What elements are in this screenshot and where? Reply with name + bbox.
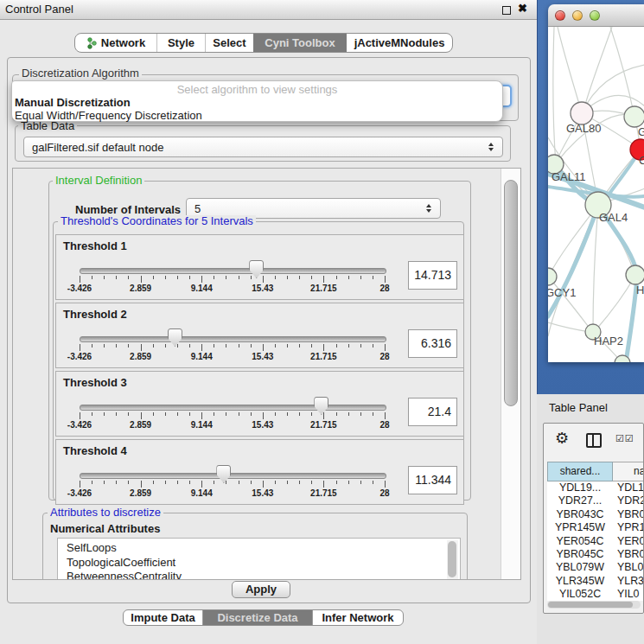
screen: Control Panel ✖ Network Style Select Cyn…	[0, 0, 644, 644]
attribute-item[interactable]: SelfLoops	[58, 541, 460, 556]
threshold-label: Threshold 3	[63, 376, 127, 389]
dropdown-item-equal-width[interactable]: Equal Width/Frequency Discretization	[12, 109, 502, 122]
network-node[interactable]	[624, 106, 644, 127]
threshold-slider-track[interactable]	[80, 405, 386, 411]
network-node-label: GA	[638, 125, 644, 138]
float-window-icon[interactable]	[502, 6, 511, 15]
algorithm-dropdown: Select algorithm to view settings Manual…	[11, 80, 503, 122]
tab-discretize-data[interactable]: Discretize Data	[202, 610, 312, 625]
panel-title: Control Panel	[5, 0, 73, 19]
cell-shared-name[interactable]: YBR045C	[547, 548, 613, 561]
attributes-group-label: Attributes to discretize	[48, 507, 163, 518]
threshold-slider-track[interactable]	[80, 473, 386, 479]
node-table-panel: ⚙ ☑☑ shared... name YDL19...YDL1YDR27...…	[543, 423, 644, 614]
cell-shared-name[interactable]: YER054C	[547, 535, 613, 548]
select-columns-icon[interactable]: ☑☑	[615, 433, 634, 444]
table-row[interactable]: YBR045CYBR0	[547, 548, 644, 561]
cell-shared-name[interactable]: YBL079W	[547, 561, 613, 574]
threshold-slider-track[interactable]	[80, 336, 386, 342]
gear-icon[interactable]: ⚙	[555, 429, 569, 447]
top-tab-bar: Network Style Select Cyni Toolbox jActiv…	[74, 33, 453, 53]
network-node-label: HAP2	[594, 335, 623, 348]
cell-shared-name[interactable]: YPR145W	[547, 521, 613, 534]
cell-name[interactable]: YIL0	[613, 588, 644, 601]
table-data-combo[interactable]: galFiltered.sif default node	[23, 137, 503, 157]
cell-name[interactable]: YER0	[613, 535, 644, 548]
threshold-label: Threshold 4	[63, 444, 127, 457]
network-node[interactable]	[548, 268, 557, 285]
cell-shared-name[interactable]: YIL052C	[547, 588, 613, 601]
network-edge[interactable]	[583, 27, 612, 111]
slider-tick-labels: -3.4262.8599.14415.4321.71528	[80, 420, 386, 430]
numerical-attributes-label: Numerical Attributes	[50, 522, 160, 535]
table-row[interactable]: YER054CYER0	[547, 535, 644, 548]
tab-impute-data[interactable]: Impute Data	[124, 610, 202, 625]
table-row[interactable]: YIL052CYIL0	[547, 588, 644, 601]
cell-shared-name[interactable]: YDL19...	[547, 481, 613, 494]
tab-jactivemnodules[interactable]: jActiveMNodules	[347, 34, 452, 52]
tab-infer-network[interactable]: Infer Network	[312, 610, 403, 625]
column-header-shared-name[interactable]: shared...	[547, 462, 613, 481]
threshold-row: Threshold 3-3.4262.8599.14415.4321.71528…	[55, 371, 464, 437]
attribute-item[interactable]: BetweennessCentrality	[58, 570, 460, 580]
table-row[interactable]: YPR145WYPR1	[547, 521, 644, 534]
cell-name[interactable]: YBL0	[613, 561, 644, 574]
bottom-tab-bar: Impute Data Discretize Data Infer Networ…	[123, 609, 404, 626]
tab-cyni-toolbox[interactable]: Cyni Toolbox	[253, 34, 347, 52]
dropdown-prompt: Select algorithm to view settings	[12, 81, 502, 96]
close-icon[interactable]: ✖	[518, 2, 527, 15]
zoom-traffic-light[interactable]	[590, 10, 600, 21]
tab-network[interactable]: Network	[75, 34, 157, 52]
combo-arrows-icon	[488, 143, 494, 151]
network-icon	[86, 37, 97, 49]
threshold-row: Threshold 4-3.4262.8599.14415.4321.71528…	[55, 439, 464, 505]
cell-shared-name[interactable]: YDR27...	[547, 494, 613, 507]
network-window-titlebar[interactable]	[548, 4, 644, 27]
network-window[interactable]: GAL80GACGAL11GAL4GCY1HHAP2	[548, 4, 644, 362]
attributes-list-scrollbar[interactable]	[447, 540, 458, 580]
cell-shared-name[interactable]: YLR345W	[547, 575, 613, 588]
table-row[interactable]: YBL079WYBL0	[547, 561, 644, 574]
threshold-value-box[interactable]: 14.713	[408, 261, 457, 290]
close-traffic-light[interactable]	[555, 10, 565, 21]
network-edge[interactable]	[558, 27, 582, 113]
dropdown-item-manual-discretization[interactable]: Manual Discretization	[12, 96, 502, 109]
table-hscrollbar[interactable]	[547, 601, 641, 609]
table-row[interactable]: YDL19...YDL1	[547, 481, 644, 494]
network-edge[interactable]	[553, 27, 556, 164]
split-columns-icon[interactable]	[586, 433, 602, 448]
table-row[interactable]: YLR345WYLR3	[547, 575, 644, 588]
cell-name[interactable]: YBR0	[613, 508, 644, 521]
column-header-name[interactable]: name	[613, 462, 644, 481]
network-node-label: GCY1	[548, 286, 576, 299]
tab-style[interactable]: Style	[157, 34, 206, 52]
tab-select[interactable]: Select	[206, 34, 253, 52]
slider-ticks	[80, 276, 386, 283]
network-node[interactable]	[626, 265, 644, 284]
cell-name[interactable]: YPR1	[613, 521, 644, 534]
table-row[interactable]: YDR27...YDR2	[547, 494, 644, 507]
settings-scrollbar[interactable]	[501, 169, 520, 579]
threshold-value-box[interactable]: 6.316	[408, 329, 457, 358]
cell-name[interactable]: YLR3	[613, 575, 644, 588]
network-edge[interactable]	[548, 322, 590, 332]
num-intervals-value: 5	[194, 202, 201, 215]
scrollbar-thumb[interactable]	[504, 180, 518, 406]
hscrollbar-thumb[interactable]	[548, 602, 633, 608]
attribute-item[interactable]: TopologicalCoefficient	[58, 556, 460, 571]
network-node-label: C	[639, 154, 644, 167]
threshold-value-box[interactable]: 11.344	[408, 466, 457, 494]
cell-name[interactable]: YDR2	[613, 494, 644, 507]
network-canvas[interactable]: GAL80GACGAL11GAL4GCY1HHAP2	[548, 27, 644, 362]
cell-name[interactable]: YBR0	[613, 548, 644, 561]
threshold-slider-track[interactable]	[80, 268, 386, 274]
threshold-value-box[interactable]: 21.4	[408, 398, 457, 426]
network-edge[interactable]	[596, 277, 634, 330]
table-panel-area: Table Panel ⚙ ☑☑ shared... name YDL19...…	[537, 394, 644, 644]
cell-name[interactable]: YDL1	[613, 481, 644, 494]
apply-button[interactable]: Apply	[232, 581, 290, 598]
table-row[interactable]: YBR043CYBR0	[547, 508, 644, 521]
minimize-traffic-light[interactable]	[572, 10, 583, 21]
cell-shared-name[interactable]: YBR043C	[547, 508, 613, 521]
network-edge-thick[interactable]	[548, 206, 598, 316]
